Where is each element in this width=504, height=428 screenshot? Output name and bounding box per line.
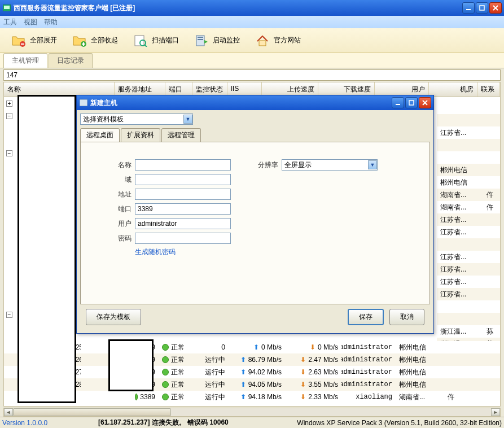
tree-collapse-icon[interactable]: − [6, 312, 12, 318]
flag-cell [483, 256, 500, 258]
website-label: 官方网站 [274, 36, 301, 45]
table-row[interactable]: 江苏省... [437, 288, 500, 300]
template-select-value: 选择资料模板 [83, 115, 124, 124]
port-field[interactable] [135, 203, 231, 215]
table-row[interactable] [437, 114, 500, 126]
resolution-select[interactable]: 全屏显示 ▼ [282, 159, 378, 171]
table-row[interactable]: 江苏省... [437, 226, 500, 238]
table-row[interactable]: 226 3389 正常 运行中 ⬆86.79 Mb/s ⬇2.47 Mb/s a… [4, 353, 500, 366]
website-button[interactable]: 官方网站 [248, 30, 307, 51]
table-row[interactable]: 228 3389 正常 运行中 ⬆94.05 Mb/s ⬇3.55 Mb/s a… [4, 378, 500, 391]
tab-hosts[interactable]: 主机管理 [3, 53, 47, 68]
dialog-tabs: 远程桌面 扩展资料 远程管理 [80, 128, 430, 142]
dialog-minimize-button[interactable] [392, 97, 404, 108]
table-row[interactable]: 江苏省... [437, 263, 500, 276]
flag-cell: 荪 [483, 326, 500, 338]
table-row[interactable]: 郴州电信 [437, 164, 500, 176]
table-row[interactable]: 郴州电信 [437, 176, 500, 189]
room-cell: 郴州电信 [396, 354, 444, 366]
collapse-all-button[interactable]: 全部收起 [65, 30, 124, 51]
user-field[interactable] [135, 218, 231, 229]
iis-cell: 运行中 [194, 366, 229, 378]
template-select[interactable]: 选择资料模板 ▼ [80, 113, 193, 125]
flag-cell [444, 346, 467, 348]
room-cell [437, 144, 483, 146]
table-row[interactable]: 湖南省...仵 [437, 189, 500, 201]
tab-logs[interactable]: 日志记录 [49, 53, 93, 68]
status-dot-icon [162, 369, 169, 375]
expand-all-button[interactable]: 全部展开 [5, 30, 63, 51]
dlg-tab-remote[interactable]: 远程桌面 [80, 128, 120, 142]
maximize-button[interactable] [476, 2, 488, 14]
name-field[interactable] [135, 159, 231, 171]
cancel-button[interactable]: 取消 [389, 309, 424, 325]
chevron-down-icon[interactable]: ▼ [368, 160, 377, 169]
col-room[interactable]: 机房 [429, 82, 477, 97]
tree-collapse-icon[interactable]: − [6, 113, 12, 119]
table-row[interactable]: 湖南省...仵 [437, 201, 500, 213]
status-cell: 正常 [159, 391, 194, 403]
dialog-titlebar[interactable]: 新建主机 [77, 95, 433, 110]
flag-cell [483, 181, 500, 184]
domain-field[interactable] [135, 174, 231, 185]
filter-input[interactable] [6, 71, 498, 79]
svg-line-13 [144, 45, 147, 47]
table-row[interactable] [437, 238, 500, 251]
table-row[interactable] [437, 313, 500, 325]
room-cell: 郴州电信 [437, 177, 483, 189]
chevron-down-icon[interactable]: ▼ [183, 115, 192, 124]
svg-rect-15 [198, 37, 203, 38]
table-row[interactable]: 江苏省... [437, 213, 500, 226]
tree-area: + − − − [6, 99, 15, 318]
arrow-up-icon: ⬆ [240, 356, 246, 364]
menu-tools[interactable]: 工具 [3, 18, 17, 27]
table-row[interactable]: 江苏省... [437, 251, 500, 263]
dialog-maximize-button[interactable] [405, 97, 418, 108]
menu-help[interactable]: 帮助 [44, 18, 58, 27]
room-cell: 湖南省... [437, 189, 483, 201]
gen-password-link[interactable]: 生成随机密码 [135, 247, 231, 257]
status-dot-icon [162, 344, 169, 351]
table-row[interactable] [437, 151, 500, 164]
table-row[interactable] [437, 139, 500, 151]
scan-port-button[interactable]: 扫描端口 [126, 30, 185, 51]
table-row[interactable]: 浙江温...荪 [437, 325, 500, 338]
col-contact[interactable]: 联系 [477, 82, 500, 97]
table-row[interactable] [437, 300, 500, 313]
scan-port-label: 扫描端口 [152, 36, 179, 45]
table-row[interactable]: 江苏省... [437, 126, 500, 139]
scan-icon [133, 33, 148, 49]
tree-expand-icon[interactable]: + [6, 101, 12, 107]
room-cell: 湖南省... [396, 391, 444, 403]
start-monitor-button[interactable]: 启动监控 [187, 30, 246, 51]
table-row[interactable] [437, 102, 500, 114]
statusbar: Version 1.0.0.0 [61.187.251.237] 连接失败。 错… [0, 417, 504, 428]
addr-field[interactable] [135, 189, 231, 200]
scroll-right-button[interactable]: ► [491, 408, 500, 416]
dialog-close-button[interactable] [419, 97, 431, 108]
table-row[interactable]: 江苏省... [437, 276, 500, 288]
svg-rect-16 [198, 39, 203, 40]
arrow-down-icon: ⬇ [300, 381, 306, 388]
save-template-button[interactable]: 保存为模板 [86, 309, 141, 325]
status-os: Windows XP Service Pack 3 (Version 5.1, … [268, 419, 502, 427]
status-dot-icon [135, 381, 138, 388]
close-button[interactable] [489, 2, 502, 14]
scroll-left-button[interactable]: ◄ [4, 408, 13, 416]
dlg-tab-mgmt[interactable]: 远程管理 [161, 128, 201, 142]
minimize-button[interactable] [462, 2, 475, 14]
dialog-panel: 名称 域 地址 端口 用户 密码 生成随机密码 分辨率 全屏显示 ▼ [80, 142, 430, 304]
dlg-tab-ext[interactable]: 扩展资料 [121, 128, 160, 142]
user-label: 用户 [103, 219, 132, 229]
status-cell: 正常 [159, 354, 194, 366]
save-button[interactable]: 保存 [348, 309, 384, 325]
tree-collapse-icon[interactable]: − [6, 150, 12, 156]
menu-view[interactable]: 视图 [24, 18, 37, 27]
table-row[interactable]: 225 3389 正常 0 ⬆0 Mb/s ⬇0 Mb/s administra… [4, 341, 500, 353]
scroll-thumb[interactable] [13, 408, 171, 416]
pass-field[interactable] [135, 233, 231, 244]
table-row[interactable]: 3389 正常 运行中 ⬆94.18 Mb/s ⬇2.33 Mb/s xiaol… [4, 391, 500, 403]
table-row[interactable]: 227 3389 正常 运行中 ⬆94.02 Mb/s ⬇2.63 Mb/s a… [4, 366, 500, 378]
horizontal-scrollbar[interactable]: ◄ ► [3, 408, 501, 417]
addr-cell [81, 346, 132, 348]
